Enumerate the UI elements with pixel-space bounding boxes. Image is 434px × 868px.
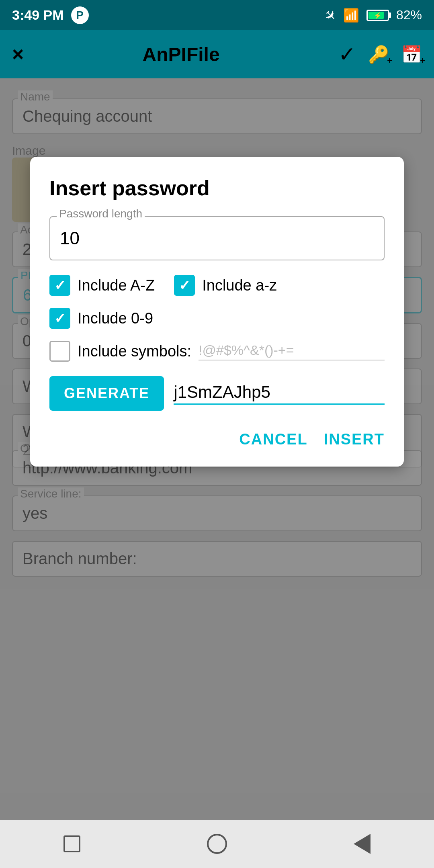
check-lowercase-mark: ✓ [179,277,190,293]
calendar-plus-icon: + [420,55,425,66]
nav-square-button[interactable] [63,835,80,852]
insert-password-dialog: Insert password Password length 10 ✓ Inc… [30,157,404,467]
dialog-actions: CANCEL INSERT [49,427,385,452]
check-az-mark: ✓ [54,277,66,293]
symbols-row: ✓ Include symbols: !@#$%^&*()-+= [49,341,385,362]
app-bar: × AnPIFile ✓ 🔑 + 📅 + [0,30,434,78]
include-symbols-label: Include symbols: [78,343,191,360]
app-bar-actions: ✓ 🔑 + 📅 + [338,42,422,66]
app-title: AnPIFile [36,43,326,66]
include-lowercase-label: Include a-z [202,277,277,294]
symbols-placeholder: !@#$%^&*()-+= [199,342,385,360]
include-digits-checkbox[interactable]: ✓ [49,308,70,329]
calendar-add-button[interactable]: 📅 + [401,45,422,64]
checkbox-row-2: ✓ Include 0-9 [49,308,385,329]
include-az-checkbox[interactable]: ✓ [49,275,70,296]
battery-percent: 82% [396,8,422,23]
check-button[interactable]: ✓ [338,42,356,66]
key-plus-icon: + [387,55,392,66]
password-length-label: Password length [57,207,145,220]
generate-button[interactable]: GENERATE [49,376,164,411]
generated-password: j1SmZAJhp5 [174,383,385,405]
calendar-icon: 📅 [401,45,422,64]
insert-button[interactable]: INSERT [324,427,385,452]
status-left: 3:49 PM P [12,6,89,24]
key-icon: 🔑 [368,45,389,64]
key-add-button[interactable]: 🔑 + [368,45,389,64]
include-lowercase-checkbox[interactable]: ✓ [174,275,195,296]
nav-bar [0,820,434,868]
status-right: ✈ 📶 ⚡ 82% [325,7,422,23]
include-symbols-checkbox[interactable]: ✓ [49,341,70,362]
include-digits-item[interactable]: ✓ Include 0-9 [49,308,153,329]
parking-icon: P [71,6,89,24]
password-length-field[interactable]: Password length 10 [49,216,385,260]
include-lowercase-item[interactable]: ✓ Include a-z [174,275,277,296]
check-digits-mark: ✓ [54,310,66,326]
cancel-button[interactable]: CANCEL [239,427,307,452]
include-az-label: Include A-Z [78,277,155,294]
nav-back-button[interactable] [354,834,371,854]
include-digits-label: Include 0-9 [78,310,153,327]
nav-home-button[interactable] [207,834,227,854]
battery-icon: ⚡ [366,10,389,21]
checkbox-row-1: ✓ Include A-Z ✓ Include a-z [49,275,385,296]
wifi-icon: 📶 [343,8,359,23]
airplane-icon: ✈ [321,5,340,25]
dialog-title: Insert password [49,176,385,200]
include-az-item[interactable]: ✓ Include A-Z [49,275,155,296]
password-length-value: 10 [60,228,80,248]
generate-row: GENERATE j1SmZAJhp5 [49,376,385,411]
close-button[interactable]: × [12,43,24,66]
status-bar: 3:49 PM P ✈ 📶 ⚡ 82% [0,0,434,30]
status-time: 3:49 PM [12,7,64,23]
